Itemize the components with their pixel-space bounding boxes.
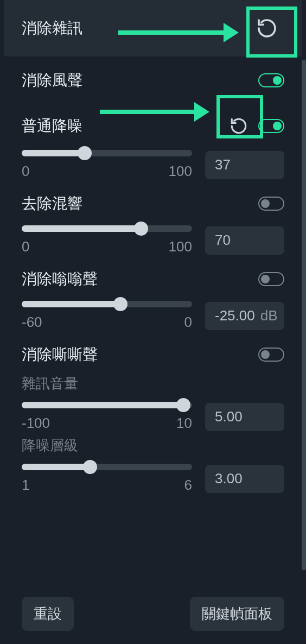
slider-min: 0 — [22, 163, 29, 180]
hum-label: 消除嗡嗡聲 — [22, 269, 98, 289]
hiss-noise-vol-value[interactable]: 5.00 — [205, 403, 284, 431]
section-hum: 消除嗡嗡聲 -60 0 -25.00 dB — [4, 255, 302, 331]
normal-denoise-reset[interactable] — [224, 111, 254, 141]
reverb-label: 去除混響 — [22, 193, 82, 214]
hum-slider[interactable] — [22, 301, 192, 307]
hum-toggle[interactable] — [258, 272, 284, 286]
reverb-slider[interactable] — [22, 225, 192, 232]
hiss-level-slider[interactable] — [22, 464, 192, 470]
wind-toggle[interactable] — [258, 73, 284, 87]
slider-min: 1 — [22, 477, 29, 494]
slider-fill — [22, 150, 85, 156]
toggle-knob — [261, 350, 270, 359]
keyframe-panel-button[interactable]: 關鍵幀面板 — [190, 597, 284, 631]
normal-denoise-toggle[interactable] — [258, 119, 284, 133]
hiss-toggle[interactable] — [258, 348, 284, 362]
slider-max: 0 — [184, 314, 192, 331]
slider-thumb[interactable] — [113, 297, 127, 311]
slider-thumb[interactable] — [83, 460, 97, 474]
reset-all-button[interactable] — [250, 11, 284, 46]
slider-max: 100 — [169, 238, 192, 255]
slider-fill — [22, 402, 183, 408]
scrollbar[interactable] — [302, 60, 306, 570]
slider-max: 100 — [169, 163, 192, 180]
reverb-toggle[interactable] — [258, 197, 284, 211]
toggle-knob — [261, 275, 270, 283]
normal-denoise-label: 普通降噪 — [22, 116, 82, 136]
slider-fill — [22, 225, 141, 232]
section-wind: 消除風聲 — [4, 56, 302, 93]
denoise-title: 消除雜訊 — [22, 18, 82, 39]
slider-thumb[interactable] — [134, 222, 148, 236]
reverb-value[interactable]: 70 — [205, 226, 284, 255]
undo-icon — [256, 17, 278, 39]
toggle-knob — [273, 76, 282, 85]
normal-denoise-value[interactable]: 37 — [205, 151, 284, 179]
slider-fill — [22, 464, 90, 470]
hiss-label: 消除嘶嘶聲 — [22, 344, 98, 365]
section-reverb: 去除混響 0 100 70 — [4, 180, 302, 255]
hiss-noise-vol-slider[interactable] — [22, 402, 192, 408]
wind-label: 消除風聲 — [22, 70, 82, 91]
section-denoise-header: 消除雜訊 — [4, 0, 302, 56]
normal-denoise-slider[interactable] — [22, 150, 192, 156]
hiss-level-label: 降噪層級 — [22, 436, 284, 455]
hum-value[interactable]: -25.00 dB — [205, 302, 284, 330]
section-hiss: 消除嘶嘶聲 雜訊音量 -100 10 5.00 降噪層級 — [4, 331, 302, 494]
footer: 重設 關鍵幀面板 — [22, 597, 284, 631]
slider-fill — [22, 301, 120, 307]
toggle-knob — [261, 199, 270, 208]
slider-min: 0 — [22, 238, 29, 255]
hiss-level-value[interactable]: 3.00 — [205, 465, 284, 493]
toggle-knob — [273, 122, 282, 130]
slider-thumb[interactable] — [78, 146, 92, 160]
undo-icon — [229, 117, 248, 135]
reset-button[interactable]: 重設 — [22, 597, 74, 631]
slider-min: -100 — [22, 415, 50, 432]
section-normal-denoise: 普通降噪 0 100 — [4, 100, 302, 180]
slider-max: 6 — [184, 477, 192, 494]
hum-unit: dB — [260, 307, 278, 324]
slider-min: -60 — [22, 314, 42, 331]
hiss-noise-vol-label: 雜訊音量 — [22, 374, 284, 393]
slider-max: 10 — [176, 415, 192, 432]
slider-thumb[interactable] — [176, 398, 190, 412]
